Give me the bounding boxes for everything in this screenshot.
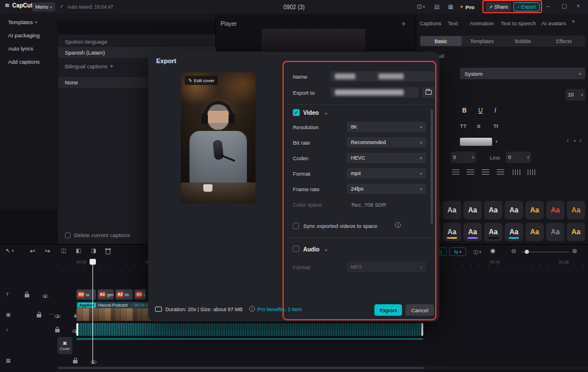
lock-icon[interactable] <box>55 329 60 332</box>
select-tool-button[interactable]: ↖▾ <box>6 247 14 254</box>
delete-captions-row[interactable]: Delete current captions <box>65 232 130 238</box>
playhead-line[interactable] <box>92 264 93 363</box>
trim-handle[interactable] <box>76 323 78 336</box>
sidebar-item-templates[interactable]: Templates▾ <box>8 19 37 25</box>
export-path-input[interactable] <box>330 87 419 98</box>
timeline-scrollbar[interactable] <box>57 366 588 369</box>
lock-icon[interactable] <box>73 360 78 363</box>
browse-folder-button[interactable] <box>422 87 435 98</box>
name-input[interactable] <box>330 71 435 82</box>
format-select[interactable]: mp4▾ <box>347 168 426 179</box>
delete-left-icon[interactable]: ◧ <box>76 248 81 254</box>
sidebar-item-auto-lyrics[interactable]: Auto lyrics <box>8 45 33 52</box>
dialog-scrollbar[interactable] <box>431 109 433 224</box>
font-family-select[interactable]: System ▾ <box>460 68 585 79</box>
trim-handle[interactable] <box>421 323 423 336</box>
export-confirm-button[interactable]: Export <box>374 304 402 316</box>
zoom-slider-handle[interactable] <box>525 250 529 254</box>
caption-clip[interactable]: A3i <box>134 289 146 300</box>
bold-button[interactable]: B <box>462 107 467 114</box>
tab-text-to-speech[interactable]: Text to speech <box>501 20 536 26</box>
export-button-top[interactable]: ↑Export <box>513 2 540 11</box>
align-vertical-right-button[interactable] <box>525 168 537 177</box>
align-center-button[interactable] <box>465 168 476 177</box>
text-preset[interactable]: Aa <box>463 223 482 241</box>
delete-captions-checkbox[interactable] <box>65 232 71 238</box>
record-icon[interactable]: ◉ <box>490 248 496 254</box>
close-button[interactable]: × <box>577 3 580 9</box>
player-menu-icon[interactable]: ≡ <box>402 21 405 27</box>
caption-clip[interactable]: A3gene <box>98 289 114 300</box>
prev-page-icon[interactable]: ‹ <box>567 137 568 144</box>
text-preset[interactable]: Aa <box>525 201 544 219</box>
subtab-templates[interactable]: Templates <box>462 36 503 46</box>
line-stepper[interactable]: 0 ▴▾ <box>506 152 531 163</box>
split-icon[interactable]: ◫ <box>61 248 66 254</box>
display-mode-icon[interactable]: ⊡▾ <box>417 3 425 10</box>
lock-icon[interactable] <box>25 294 29 297</box>
text-preset[interactable]: Aa <box>505 201 523 219</box>
edit-cover-button[interactable]: ✎ Edit cover <box>185 76 218 85</box>
cover-button[interactable]: ▣ Cover <box>57 337 72 354</box>
share-button[interactable]: ↗Share <box>486 2 511 11</box>
trash-icon[interactable] <box>106 250 110 254</box>
collapsed-track[interactable] <box>76 338 423 340</box>
shortcut-icon[interactable]: ▤ <box>434 3 439 10</box>
eye-icon[interactable] <box>42 294 48 298</box>
audio-checkbox[interactable] <box>293 246 299 252</box>
more-icon[interactable]: ⋯ <box>49 312 55 317</box>
menu-button[interactable]: Menu▾ <box>32 2 55 11</box>
eye-icon[interactable] <box>55 315 60 318</box>
titlecase-button[interactable]: Tt <box>493 123 498 129</box>
text-preset[interactable]: Aa <box>443 201 461 219</box>
sidebar-item-ai-packaging[interactable]: AI packaging <box>8 32 40 38</box>
tab-ai-avatars[interactable]: AI avatars <box>541 20 566 26</box>
track-view-button[interactable]: ◫▾ <box>469 247 486 256</box>
resolution-select[interactable]: 8K▾ <box>347 122 426 132</box>
text-preset[interactable]: Aa <box>546 201 564 219</box>
subtab-effects[interactable]: Effects <box>544 36 585 46</box>
bitrate-select[interactable]: Recommended▾ <box>347 137 426 148</box>
maximize-button[interactable]: ▢ <box>562 3 567 9</box>
minimize-button[interactable]: – <box>547 3 550 9</box>
text-preset[interactable]: Aa <box>525 223 544 241</box>
eye-icon[interactable] <box>91 361 96 364</box>
text-preset[interactable]: Aa <box>567 223 585 241</box>
lock-icon[interactable] <box>37 314 41 317</box>
chevron-up-icon[interactable]: ▴ <box>325 111 327 115</box>
align-justify-button[interactable] <box>494 168 506 177</box>
align-right-button[interactable] <box>479 168 491 177</box>
sidebar-item-add-captions[interactable]: Add captions <box>8 59 40 65</box>
redo-icon[interactable]: ↪ <box>45 248 50 254</box>
text-preset[interactable]: Aa <box>505 223 523 241</box>
delete-right-icon[interactable]: ◨ <box>91 248 96 254</box>
text-color-swatch[interactable] <box>460 138 492 146</box>
text-preset[interactable]: Aa <box>546 223 564 241</box>
cancel-button[interactable]: Cancel <box>405 304 434 316</box>
stepper-arrows-icon[interactable]: ▴▾ <box>472 156 474 159</box>
link-clips-button[interactable]: ⇆▾ <box>449 247 466 256</box>
timeline-scrollbar-handle[interactable] <box>57 367 424 369</box>
chevron-down-icon[interactable]: ▾ <box>496 140 498 144</box>
chevron-up-icon[interactable]: ▴ <box>325 247 327 251</box>
next-page-icon[interactable]: › <box>579 137 581 144</box>
sync-checkbox[interactable] <box>293 223 299 229</box>
text-preset[interactable]: Aa <box>567 201 585 219</box>
undo-icon[interactable]: ↩ <box>30 248 35 254</box>
zoom-in-icon[interactable]: ⊕ <box>572 248 577 254</box>
pro-badge[interactable]: ✦ Pro <box>459 2 474 11</box>
tab-text-settings[interactable]: Text <box>448 20 458 26</box>
underline-button[interactable]: U <box>478 107 483 114</box>
italic-button[interactable]: I <box>494 107 496 114</box>
align-vertical-left-button[interactable] <box>510 168 522 177</box>
framerate-select[interactable]: 24fps▾ <box>347 184 426 194</box>
tab-captions-settings[interactable]: Captions <box>420 20 442 26</box>
subtab-bubble[interactable]: Bubble <box>502 36 544 46</box>
text-preset[interactable]: Aa <box>484 201 502 219</box>
text-preset[interactable]: Aa <box>463 201 482 219</box>
audio-clip[interactable] <box>76 323 423 336</box>
subtab-basic[interactable]: Basic <box>420 36 462 46</box>
font-size-stepper[interactable]: 10 ▴▾ <box>566 89 585 100</box>
stepper-arrows-icon[interactable]: ▴▾ <box>527 156 529 159</box>
video-checkbox[interactable]: ✓ <box>293 109 300 116</box>
